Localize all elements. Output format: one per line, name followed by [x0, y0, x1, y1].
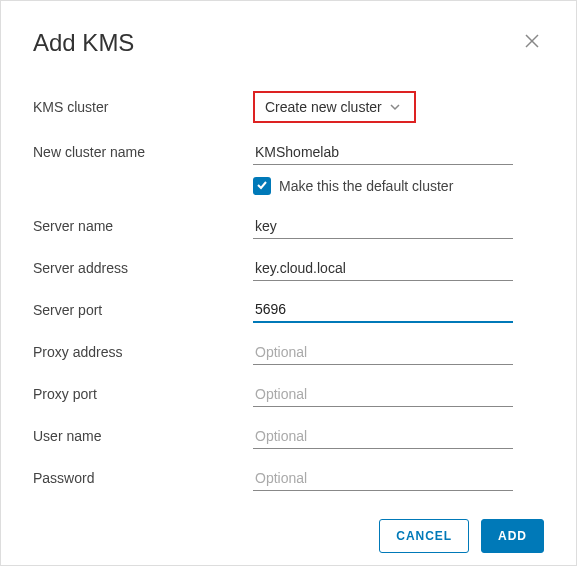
server-address-input[interactable]: [253, 256, 513, 281]
label-new-cluster-name: New cluster name: [33, 144, 253, 160]
chevron-down-icon: [382, 99, 400, 115]
new-cluster-name-input[interactable]: [253, 140, 513, 165]
dialog-title: Add KMS: [33, 29, 134, 57]
row-password: Password: [33, 465, 544, 491]
cancel-button[interactable]: CANCEL: [379, 519, 469, 553]
form-body: KMS cluster Create new cluster New clust…: [33, 91, 544, 507]
password-input[interactable]: [253, 466, 513, 491]
label-server-port: Server port: [33, 302, 253, 318]
label-kms-cluster: KMS cluster: [33, 99, 253, 115]
add-kms-dialog: Add KMS KMS cluster Create new cluster: [0, 0, 577, 566]
row-proxy-port: Proxy port: [33, 381, 544, 407]
label-proxy-port: Proxy port: [33, 386, 253, 402]
row-server-port: Server port: [33, 297, 544, 323]
row-new-cluster-name: New cluster name: [33, 139, 544, 165]
dialog-footer: CANCEL ADD: [33, 519, 544, 553]
server-port-input[interactable]: [253, 297, 513, 323]
proxy-address-input[interactable]: [253, 340, 513, 365]
dialog-header: Add KMS: [33, 29, 544, 57]
row-default-cluster: Make this the default cluster: [253, 177, 544, 195]
default-cluster-checkbox[interactable]: [253, 177, 271, 195]
label-password: Password: [33, 470, 253, 486]
proxy-port-input[interactable]: [253, 382, 513, 407]
kms-cluster-dropdown-value: Create new cluster: [265, 99, 382, 115]
row-server-name: Server name: [33, 213, 544, 239]
label-server-address: Server address: [33, 260, 253, 276]
add-button[interactable]: ADD: [481, 519, 544, 553]
check-icon: [256, 178, 268, 194]
close-icon: [524, 37, 540, 52]
label-server-name: Server name: [33, 218, 253, 234]
row-proxy-address: Proxy address: [33, 339, 544, 365]
row-user-name: User name: [33, 423, 544, 449]
label-user-name: User name: [33, 428, 253, 444]
kms-cluster-dropdown[interactable]: Create new cluster: [253, 91, 416, 123]
row-kms-cluster: KMS cluster Create new cluster: [33, 91, 544, 123]
server-name-input[interactable]: [253, 214, 513, 239]
close-button[interactable]: [520, 29, 544, 55]
label-proxy-address: Proxy address: [33, 344, 253, 360]
default-cluster-label[interactable]: Make this the default cluster: [279, 178, 453, 194]
user-name-input[interactable]: [253, 424, 513, 449]
row-server-address: Server address: [33, 255, 544, 281]
